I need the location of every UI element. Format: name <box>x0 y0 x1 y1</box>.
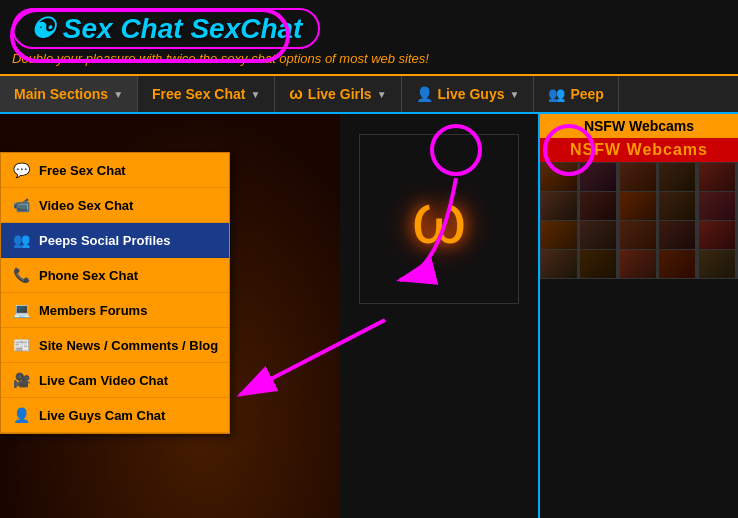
nsfw-thumb-18[interactable] <box>620 250 656 278</box>
dropdown-phone-sex[interactable]: 📞 Phone Sex Chat <box>1 258 229 293</box>
dropdown-live-guys-label: Live Guys Cam Chat <box>39 408 165 423</box>
dropdown-members-forums[interactable]: 💻 Members Forums <box>1 293 229 328</box>
nav-live-girls-label: Live Girls <box>308 86 372 102</box>
nav-main-sections[interactable]: Main Sections ▼ <box>0 76 138 112</box>
nsfw-thumb-13[interactable] <box>620 221 656 249</box>
nsfw-thumb-4[interactable] <box>659 163 695 191</box>
nsfw-thumb-7[interactable] <box>580 192 616 220</box>
site-news-icon: 📰 <box>11 335 31 355</box>
nav-free-sex-chat-arrow: ▼ <box>250 89 260 100</box>
dropdown-menu: 💬 Free Sex Chat 📹 Video Sex Chat 👥 Peeps… <box>0 152 230 434</box>
dropdown-free-sex-chat-label: Free Sex Chat <box>39 163 126 178</box>
logo-area: ☯ Sex Chat SexChat <box>12 8 726 49</box>
logo-text: Sex Chat SexChat <box>63 13 303 44</box>
members-forums-icon: 💻 <box>11 300 31 320</box>
peeps-social-icon: 👥 <box>11 230 31 250</box>
video-sex-chat-icon: 📹 <box>11 195 31 215</box>
dropdown-live-cam[interactable]: 🎥 Live Cam Video Chat <box>1 363 229 398</box>
nsfw-thumb-17[interactable] <box>580 250 616 278</box>
nsfw-thumb-5[interactable] <box>699 163 735 191</box>
phone-sex-icon: 📞 <box>11 265 31 285</box>
nsfw-thumb-8[interactable] <box>620 192 656 220</box>
dropdown-video-sex-chat-label: Video Sex Chat <box>39 198 133 213</box>
nsfw-thumb-14[interactable] <box>659 221 695 249</box>
dropdown-peeps-social[interactable]: 👥 Peeps Social Profiles <box>1 223 229 258</box>
nsfw-thumb-2[interactable] <box>580 163 616 191</box>
nsfw-thumb-12[interactable] <box>580 221 616 249</box>
nsfw-grid <box>540 162 738 279</box>
dropdown-members-forums-label: Members Forums <box>39 303 147 318</box>
live-girls-icon: ω <box>289 85 303 103</box>
nav-main-sections-label: Main Sections <box>14 86 108 102</box>
nav-live-guys-arrow: ▼ <box>509 89 519 100</box>
live-guys-icon: 👤 <box>416 86 433 102</box>
dropdown-peeps-social-label: Peeps Social Profiles <box>39 233 171 248</box>
nav-free-sex-chat-label: Free Sex Chat <box>152 86 245 102</box>
dropdown-live-cam-label: Live Cam Video Chat <box>39 373 168 388</box>
dropdown-free-sex-chat[interactable]: 💬 Free Sex Chat <box>1 153 229 188</box>
peep-icon: 👥 <box>548 86 565 102</box>
nsfw-thumb-10[interactable] <box>699 192 735 220</box>
dropdown-live-guys[interactable]: 👤 Live Guys Cam Chat <box>1 398 229 433</box>
content-row: 💬 Free Sex Chat 📹 Video Sex Chat 👥 Peeps… <box>0 114 738 518</box>
free-sex-chat-icon: 💬 <box>11 160 31 180</box>
nsfw-thumb-6[interactable] <box>541 192 577 220</box>
nav-live-girls[interactable]: ω Live Girls ▼ <box>275 76 401 112</box>
boob-box: ω <box>359 134 519 304</box>
nav-main-sections-arrow: ▼ <box>113 89 123 100</box>
nav-free-sex-chat[interactable]: Free Sex Chat ▼ <box>138 76 275 112</box>
left-content: 💬 Free Sex Chat 📹 Video Sex Chat 👥 Peeps… <box>0 114 340 518</box>
right-panel: NSFW Webcams NSFW Webcams <box>538 114 738 518</box>
dropdown-site-news-label: Site News / Comments / Blog <box>39 338 218 353</box>
boob-icon: ω <box>412 184 467 254</box>
nsfw-header: NSFW Webcams <box>540 114 738 138</box>
logo: ☯ Sex Chat SexChat <box>12 8 320 49</box>
nav-live-guys[interactable]: 👤 Live Guys ▼ <box>402 76 535 112</box>
nav-peep-label: Peep <box>570 86 603 102</box>
nsfw-label: NSFW Webcams <box>540 138 738 162</box>
dropdown-video-sex-chat[interactable]: 📹 Video Sex Chat <box>1 188 229 223</box>
nsfw-thumb-3[interactable] <box>620 163 656 191</box>
header: ☯ Sex Chat SexChat Double your pleasure … <box>0 0 738 76</box>
center-panel: ω <box>340 114 538 518</box>
nsfw-thumb-16[interactable] <box>541 250 577 278</box>
logo-icon-symbol: ☯ <box>30 13 55 44</box>
nav-live-guys-label: Live Guys <box>438 86 505 102</box>
nsfw-thumb-1[interactable] <box>541 163 577 191</box>
dropdown-live-guys-icon: 👤 <box>11 405 31 425</box>
nsfw-thumb-11[interactable] <box>541 221 577 249</box>
nav-peep[interactable]: 👥 Peep <box>534 76 618 112</box>
nsfw-thumb-20[interactable] <box>699 250 735 278</box>
tagline: Double your pleasure with twice the sexy… <box>12 49 726 70</box>
live-cam-icon: 🎥 <box>11 370 31 390</box>
dropdown-site-news[interactable]: 📰 Site News / Comments / Blog <box>1 328 229 363</box>
nsfw-thumb-15[interactable] <box>699 221 735 249</box>
nsfw-thumb-19[interactable] <box>659 250 695 278</box>
nav-live-girls-arrow: ▼ <box>377 89 387 100</box>
navbar: Main Sections ▼ Free Sex Chat ▼ ω Live G… <box>0 76 738 114</box>
nsfw-thumb-9[interactable] <box>659 192 695 220</box>
dropdown-phone-sex-label: Phone Sex Chat <box>39 268 138 283</box>
page-wrapper: ☯ Sex Chat SexChat Double your pleasure … <box>0 0 738 518</box>
